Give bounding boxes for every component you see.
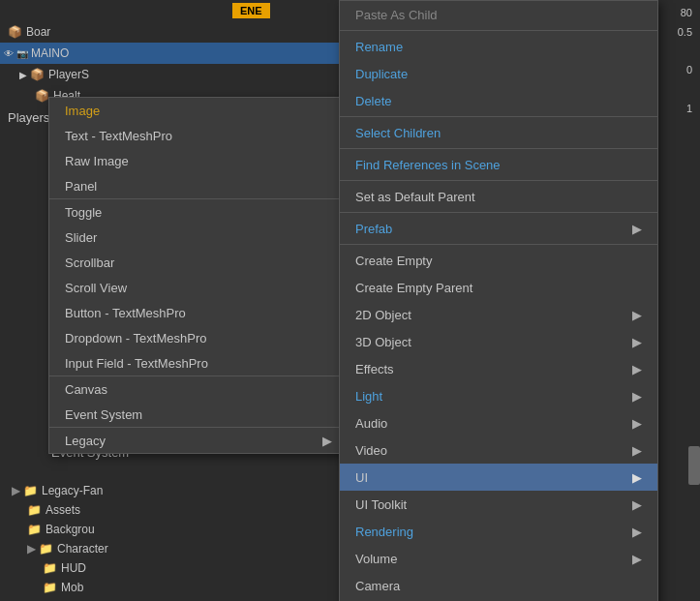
rmenu-prefab[interactable]: Prefab ▶	[340, 215, 657, 242]
legacy-arrow-icon: ▶	[322, 434, 332, 448]
rawimage-label: Raw Image	[65, 154, 129, 168]
players-child-label: PlayerS	[48, 68, 89, 81]
box-icon2: 📦	[30, 68, 45, 81]
menu-section-legacy: Legacy ▶	[49, 428, 348, 453]
rmenu-sep1	[340, 30, 657, 31]
energy-badge: ENE	[232, 3, 270, 18]
rmenu-audio[interactable]: Audio ▶	[340, 409, 657, 436]
select-children-label: Select Children	[355, 126, 441, 140]
toggle-label: Toggle	[65, 205, 102, 220]
rmenu-rename[interactable]: Rename	[340, 33, 657, 60]
menu-item-rawimage[interactable]: Raw Image	[49, 148, 348, 173]
context-menu-right: Paste As Child Rename Duplicate Delete S…	[339, 0, 658, 601]
volume-label: Volume	[355, 552, 397, 566]
assets-label: Assets	[46, 503, 80, 517]
context-menu-left: Image Text - TextMeshPro Raw Image Panel…	[48, 97, 349, 454]
boar-label: Boar	[26, 25, 50, 39]
rmenu-duplicate[interactable]: Duplicate	[340, 60, 657, 87]
light-label: Light	[355, 389, 382, 404]
audio-label: Audio	[355, 416, 387, 431]
legacy-fan-item[interactable]: ▶ 📁 Legacy-Fan	[0, 481, 344, 500]
backgrou-item[interactable]: 📁 Backgrou	[0, 520, 344, 539]
box-icon3: 📦	[35, 89, 49, 103]
maino-label: MAINO	[31, 46, 69, 60]
character-item[interactable]: ▶ 📁 Character	[0, 539, 344, 558]
prefab-label: Prefab	[355, 222, 392, 236]
rmenu-ui[interactable]: UI ▶	[340, 464, 657, 491]
rmenu-rendering[interactable]: Rendering ▶	[340, 518, 657, 545]
rmenu-create-empty-parent[interactable]: Create Empty Parent	[340, 274, 657, 301]
video-arrow-icon: ▶	[632, 443, 642, 458]
rmenu-delete[interactable]: Delete	[340, 87, 657, 114]
rmenu-3d-object[interactable]: 3D Object ▶	[340, 328, 657, 355]
rmenu-effects[interactable]: Effects ▶	[340, 355, 657, 382]
paste-as-child-label: Paste As Child	[355, 8, 438, 22]
character-label: Character	[57, 542, 108, 556]
folder-icon2: 📁	[27, 503, 42, 517]
rmenu-sep6	[340, 244, 657, 245]
menu-item-textmeshpro[interactable]: Text - TextMeshPro	[49, 123, 348, 148]
rendering-arrow-icon: ▶	[632, 525, 642, 539]
scrollbar-label: Scrollbar	[65, 255, 114, 270]
rmenu-paste-as-child[interactable]: Paste As Child	[340, 1, 657, 28]
menu-item-panel[interactable]: Panel	[49, 173, 348, 198]
menu-section-interactive: Toggle Slider Scrollbar Scroll View Butt…	[49, 199, 348, 376]
eventsystem-menu-label: Event System	[65, 407, 142, 422]
scrollview-menu-label: Scroll View	[65, 281, 127, 295]
assets-item[interactable]: 📁 Assets	[0, 500, 344, 520]
rmenu-camera[interactable]: Camera	[340, 572, 657, 599]
duplicate-label: Duplicate	[355, 67, 408, 81]
3d-object-arrow-icon: ▶	[632, 335, 642, 349]
camera-icon: 📷	[16, 48, 28, 59]
menu-item-button[interactable]: Button - TextMeshPro	[49, 300, 348, 325]
menu-item-scrollview[interactable]: Scroll View	[49, 275, 348, 300]
rmenu-select-children[interactable]: Select Children	[340, 119, 657, 146]
menu-item-inputfield[interactable]: Input Field - TextMeshPro	[49, 350, 348, 376]
menu-item-scrollbar[interactable]: Scrollbar	[49, 250, 348, 275]
menu-item-image[interactable]: Image	[49, 98, 348, 123]
create-empty-label: Create Empty	[355, 254, 432, 268]
hier-item-maino[interactable]: 👁 📷 MAINO	[0, 43, 344, 64]
mob-label: Mob	[61, 581, 83, 594]
legacy-menu-label: Legacy	[65, 434, 106, 448]
rmenu-video[interactable]: Video ▶	[340, 436, 657, 464]
box-icon: 📦	[8, 25, 22, 39]
rename-label: Rename	[355, 40, 403, 54]
rmenu-create-empty[interactable]: Create Empty	[340, 247, 657, 274]
rmenu-set-default-parent[interactable]: Set as Default Parent	[340, 183, 657, 210]
panel-label: Panel	[65, 179, 97, 194]
hier-item-boar[interactable]: 📦 Boar	[0, 21, 344, 43]
menu-item-eventsystem[interactable]: Event System	[49, 402, 348, 427]
textmeshpro-label: Text - TextMeshPro	[65, 129, 172, 143]
ui-toolkit-label: UI Toolkit	[355, 497, 407, 512]
menu-section-ui-elements: Image Text - TextMeshPro Raw Image Panel	[49, 98, 348, 199]
hud-item[interactable]: 📁 HUD	[0, 558, 344, 578]
menu-item-canvas[interactable]: Canvas	[49, 376, 348, 402]
menu-item-dropdown[interactable]: Dropdown - TextMeshPro	[49, 325, 348, 350]
rmenu-2d-object[interactable]: 2D Object ▶	[340, 301, 657, 328]
mob-item[interactable]: 📁 Mob	[0, 578, 344, 597]
menu-item-legacy[interactable]: Legacy ▶	[49, 428, 348, 453]
legacy-fan-label: Legacy-Fan	[42, 484, 103, 497]
dropdown-label: Dropdown - TextMeshPro	[65, 331, 206, 346]
slider-label: Slider	[65, 230, 97, 245]
rmenu-ui-toolkit[interactable]: UI Toolkit ▶	[340, 491, 657, 518]
menu-item-toggle[interactable]: Toggle	[49, 199, 348, 225]
delete-label: Delete	[355, 94, 392, 108]
image-label: Image	[65, 104, 100, 118]
hier-item-players-child[interactable]: ▶ 📦 PlayerS	[0, 64, 344, 85]
folder-icon5: 📁	[43, 561, 57, 575]
rmenu-volume[interactable]: Volume ▶	[340, 545, 657, 572]
players-label: Players	[8, 110, 49, 125]
menu-item-slider[interactable]: Slider	[49, 225, 348, 250]
light-arrow-icon: ▶	[632, 389, 642, 404]
rmenu-sep4	[340, 180, 657, 181]
triangle-icon: ▶	[12, 484, 20, 497]
ui-arrow-icon: ▶	[632, 470, 642, 485]
rmenu-find-references[interactable]: Find References in Scene	[340, 151, 657, 178]
menu-section-canvas: Canvas Event System	[49, 376, 348, 428]
scrollbar-handle[interactable]	[688, 446, 700, 485]
rmenu-light[interactable]: Light ▶	[340, 382, 657, 409]
find-references-label: Find References in Scene	[355, 158, 501, 172]
folder-icon6: 📁	[43, 581, 57, 594]
